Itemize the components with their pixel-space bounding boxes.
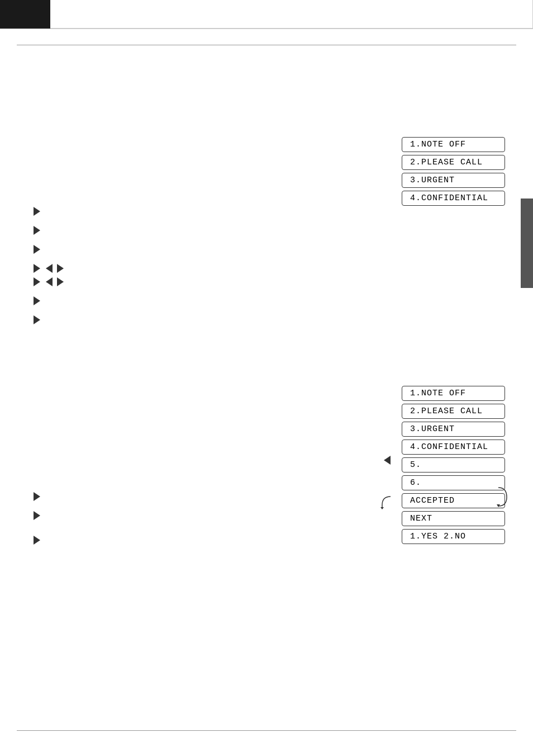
small-arrow-center xyxy=(384,456,391,467)
arrow-pair-right xyxy=(46,264,64,273)
header-black-block xyxy=(0,0,50,29)
sidebar-accent xyxy=(521,199,533,288)
menu2-item-5[interactable]: 5. xyxy=(402,457,505,472)
arrow-left-5 xyxy=(46,277,53,286)
menu2-item-3[interactable]: 3.URGENT xyxy=(402,422,505,437)
arrow-row-1 xyxy=(34,207,64,216)
menu-item-4-confidential[interactable]: 4.CONFIDENTIAL xyxy=(402,191,505,206)
menu2-item-1[interactable]: 1.NOTE OFF xyxy=(402,386,505,401)
arrow-row-3 xyxy=(34,245,64,254)
svg-marker-0 xyxy=(380,507,384,509)
header-white-area xyxy=(50,0,533,29)
top-divider xyxy=(17,45,516,45)
arrow-row-2 xyxy=(34,226,64,235)
arrow-right-4a xyxy=(34,264,40,273)
menu2-item-4-confidential[interactable]: 4.CONFIDENTIAL xyxy=(402,440,505,455)
arrow-right-5 xyxy=(34,277,40,286)
arrow-right-1 xyxy=(34,207,40,216)
arrow-pair-5b xyxy=(46,277,64,286)
arrow-row-4 xyxy=(34,264,64,273)
bottom-arrow-right-3 xyxy=(34,536,40,545)
bottom-arrow-row-1 xyxy=(34,492,40,501)
menu2-item-2[interactable]: 2.PLEASE CALL xyxy=(402,404,505,419)
arrow-left-4a xyxy=(46,264,53,273)
menu-item-1[interactable]: 1.NOTE OFF xyxy=(402,137,505,152)
menu2-item-accepted[interactable]: ACCEPTED xyxy=(402,493,505,508)
menu2-item-next[interactable]: NEXT xyxy=(402,511,505,526)
bottom-arrow-right-1 xyxy=(34,492,40,501)
arrow-pair-5 xyxy=(34,277,40,286)
menu2-item-yes-no[interactable]: 1.YES 2.NO xyxy=(402,529,505,544)
menu-boxes-second-set: 1.NOTE OFF 2.PLEASE CALL 3.URGENT 4.CONF… xyxy=(402,386,505,547)
arrow-right-2 xyxy=(34,226,40,235)
arrow-right-5b xyxy=(57,277,64,286)
arrow-right-4b xyxy=(57,264,64,273)
arrow-left-center xyxy=(384,456,391,465)
menu2-item-6[interactable]: 6. xyxy=(402,475,505,490)
menu-item-2[interactable]: 2.PLEASE CALL xyxy=(402,155,505,170)
loop-arrow-left xyxy=(379,494,396,513)
bottom-arrow-row-3 xyxy=(34,536,40,545)
header xyxy=(0,0,533,29)
arrow-row-6 xyxy=(34,296,64,305)
loop-arrow-right xyxy=(493,485,510,513)
arrow-pair-left xyxy=(34,264,40,273)
arrows-section xyxy=(34,207,64,334)
arrow-right-6 xyxy=(34,296,40,305)
menu-item-3[interactable]: 3.URGENT xyxy=(402,173,505,188)
arrow-row-7 xyxy=(34,315,64,324)
bottom-arrows-section xyxy=(34,492,40,555)
arrow-right-3 xyxy=(34,245,40,254)
bottom-arrow-right-2 xyxy=(34,511,40,520)
footer-divider xyxy=(17,730,516,731)
arrow-row-5 xyxy=(34,277,64,286)
arrow-right-7 xyxy=(34,315,40,324)
bottom-arrow-row-2 xyxy=(34,511,40,520)
menu-boxes-first-set: 1.NOTE OFF 2.PLEASE CALL 3.URGENT 4.CONF… xyxy=(402,137,505,209)
